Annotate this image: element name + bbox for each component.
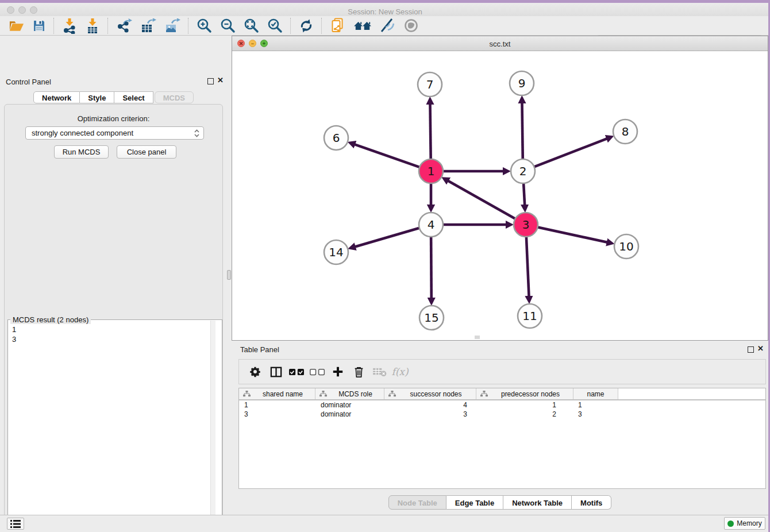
table-row[interactable]: 1dominator411 bbox=[239, 400, 765, 410]
cell-successor-nodes[interactable]: 3 bbox=[384, 410, 476, 419]
home-button[interactable] bbox=[349, 17, 376, 34]
import-network-button[interactable] bbox=[58, 17, 81, 34]
node-6[interactable]: 6 bbox=[324, 126, 348, 150]
close-table-panel-icon[interactable]: ✕ bbox=[757, 345, 764, 353]
edge-3-10[interactable] bbox=[537, 227, 611, 243]
tab-mcds[interactable]: MCDS bbox=[155, 91, 194, 103]
columns-button[interactable] bbox=[265, 361, 286, 382]
task-history-button[interactable] bbox=[7, 518, 24, 530]
node-7[interactable]: 7 bbox=[418, 72, 442, 97]
tab-node-table[interactable]: Node Table bbox=[388, 495, 446, 510]
zoom-selected-button[interactable] bbox=[263, 17, 287, 34]
deselect-all-button[interactable] bbox=[307, 361, 328, 382]
add-button[interactable] bbox=[328, 361, 348, 382]
table-row[interactable]: 3dominator323 bbox=[239, 410, 765, 419]
settings-button[interactable] bbox=[245, 361, 265, 382]
mcds-result-line: 3 bbox=[9, 334, 207, 344]
node-2[interactable]: 2 bbox=[511, 159, 535, 183]
cell-name[interactable]: 3 bbox=[573, 410, 618, 419]
toolbar-separator bbox=[321, 18, 322, 34]
edge-2-3[interactable] bbox=[523, 182, 525, 209]
edge-3-1[interactable] bbox=[445, 179, 516, 219]
network-window-title: scc.txt bbox=[232, 40, 768, 48]
cell-shared-name[interactable]: 1 bbox=[239, 400, 315, 410]
open-session-button[interactable] bbox=[5, 17, 28, 34]
zoom-fit-button[interactable] bbox=[240, 17, 263, 34]
column-header-label: MCDS role bbox=[327, 390, 384, 398]
cell-shared-name[interactable]: 3 bbox=[239, 410, 315, 419]
optimization-criterion-dropdown[interactable]: strongly connected component bbox=[25, 126, 204, 140]
graphics-details-button[interactable] bbox=[376, 17, 399, 34]
select-all-button[interactable] bbox=[286, 361, 307, 382]
cell-predecessor-nodes[interactable]: 2 bbox=[476, 410, 573, 419]
float-table-panel-icon[interactable] bbox=[748, 346, 754, 353]
export-table-button[interactable] bbox=[136, 17, 160, 34]
network-from-file-button[interactable] bbox=[326, 17, 349, 34]
delete-icon bbox=[353, 366, 364, 378]
network-canvas[interactable]: 7968124314101511 bbox=[232, 51, 768, 340]
node-3[interactable]: 3 bbox=[514, 213, 538, 237]
zoom-in-button[interactable] bbox=[192, 17, 216, 34]
node-label: 15 bbox=[424, 311, 438, 325]
tab-network[interactable]: Network bbox=[33, 91, 80, 103]
mcds-result-scrollbar[interactable] bbox=[210, 321, 215, 532]
delete-button[interactable] bbox=[348, 361, 369, 382]
tab-select[interactable]: Select bbox=[114, 91, 153, 103]
clear-table-icon bbox=[372, 367, 387, 377]
save-session-button[interactable] bbox=[28, 17, 50, 34]
float-panel-icon[interactable] bbox=[207, 78, 214, 84]
edge-3-11[interactable] bbox=[526, 236, 529, 300]
splitter-handle[interactable] bbox=[227, 270, 231, 280]
node-8[interactable]: 8 bbox=[613, 119, 637, 144]
memory-button[interactable]: Memory bbox=[724, 517, 765, 530]
tab-motifs[interactable]: Motifs bbox=[572, 495, 611, 510]
cell-name[interactable]: 1 bbox=[573, 400, 618, 410]
toolbar-separator bbox=[107, 18, 109, 34]
column-header-name[interactable]: name bbox=[573, 388, 618, 399]
home-icon bbox=[353, 19, 372, 33]
edge-2-8[interactable] bbox=[533, 137, 610, 167]
control-panel-title: Control Panel bbox=[6, 78, 51, 86]
node-14[interactable]: 14 bbox=[324, 240, 348, 264]
edge-1-6[interactable] bbox=[351, 143, 421, 167]
close-panel-button[interactable]: Close panel bbox=[117, 145, 176, 159]
graphics-details-icon bbox=[380, 18, 395, 33]
mcds-result-box[interactable] bbox=[7, 319, 222, 532]
export-network-button[interactable] bbox=[112, 17, 136, 34]
toolbar-separator bbox=[290, 18, 291, 34]
settings-icon bbox=[249, 366, 261, 377]
refresh-layout-button[interactable] bbox=[295, 17, 318, 34]
cell-successor-nodes[interactable]: 4 bbox=[384, 400, 476, 410]
table-panel-tabs: Node TableEdge TableNetwork TableMotifs bbox=[232, 495, 768, 510]
tab-network-table[interactable]: Network Table bbox=[503, 495, 572, 510]
column-header-MCDS-role[interactable]: MCDS role bbox=[315, 388, 384, 399]
edge-4-15[interactable] bbox=[431, 236, 432, 302]
node-label: 7 bbox=[426, 78, 434, 91]
edge-4-14[interactable] bbox=[352, 228, 421, 248]
tab-style[interactable]: Style bbox=[80, 91, 114, 103]
tab-edge-table[interactable]: Edge Table bbox=[446, 495, 503, 510]
column-header-label: shared name bbox=[251, 390, 315, 398]
cell-MCDS-role[interactable]: dominator bbox=[315, 400, 384, 410]
network-graph[interactable]: 7968124314101511 bbox=[232, 51, 768, 340]
toolbar-separator bbox=[188, 18, 189, 34]
column-header-shared-name[interactable]: shared name bbox=[239, 388, 315, 399]
column-header-successor-nodes[interactable]: successor nodes bbox=[384, 388, 476, 399]
node-11[interactable]: 11 bbox=[518, 304, 542, 328]
node-9[interactable]: 9 bbox=[510, 71, 534, 95]
node-4[interactable]: 4 bbox=[419, 213, 443, 237]
cell-predecessor-nodes[interactable]: 1 bbox=[476, 400, 573, 410]
export-image-button[interactable] bbox=[160, 17, 184, 34]
cell-MCDS-role[interactable]: dominator bbox=[315, 410, 384, 419]
canvas-scroll-thumb[interactable] bbox=[475, 336, 480, 339]
node-1[interactable]: 1 bbox=[419, 159, 443, 183]
import-table-button[interactable] bbox=[81, 17, 104, 34]
node-10[interactable]: 10 bbox=[614, 234, 638, 259]
node-15[interactable]: 15 bbox=[419, 306, 444, 330]
edge-1-7[interactable] bbox=[430, 101, 430, 160]
column-header-predecessor-nodes[interactable]: predecessor nodes bbox=[476, 388, 573, 399]
zoom-out-button[interactable] bbox=[216, 17, 240, 34]
run-mcds-button[interactable]: Run MCDS bbox=[54, 145, 109, 159]
edge-2-9[interactable] bbox=[522, 99, 522, 160]
close-panel-icon[interactable]: ✕ bbox=[217, 76, 224, 84]
